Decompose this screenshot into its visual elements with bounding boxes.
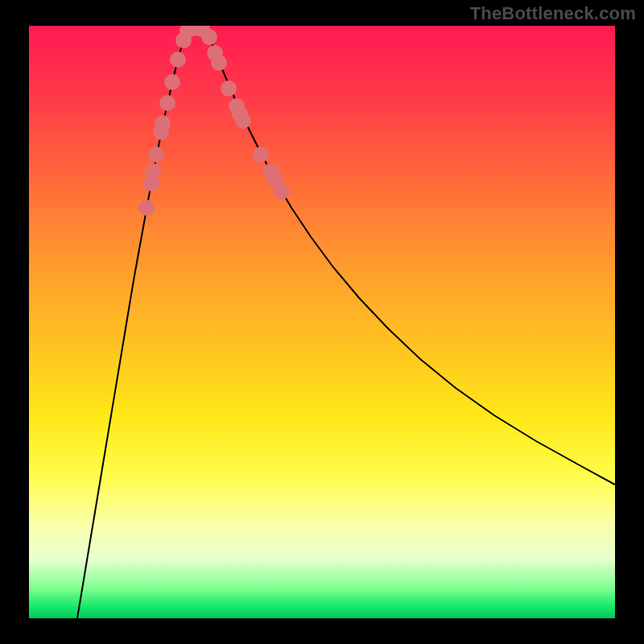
data-marker bbox=[253, 147, 269, 163]
data-marker bbox=[201, 29, 217, 45]
data-marker bbox=[221, 80, 237, 97]
data-marker bbox=[145, 163, 161, 180]
curve-layer bbox=[29, 26, 615, 618]
chart-frame: TheBottleneck.com bbox=[0, 0, 644, 644]
watermark-text: TheBottleneck.com bbox=[470, 3, 636, 24]
data-marker bbox=[138, 200, 155, 216]
data-marker bbox=[159, 95, 175, 111]
data-marker bbox=[211, 55, 227, 71]
plot-area bbox=[29, 26, 615, 618]
data-marker bbox=[155, 115, 171, 131]
data-marker bbox=[170, 52, 186, 68]
data-marker bbox=[235, 113, 251, 129]
data-marker bbox=[274, 184, 290, 200]
right-branch-curve bbox=[204, 27, 615, 485]
left-branch-curve bbox=[77, 27, 188, 618]
data-markers bbox=[138, 26, 290, 216]
data-marker bbox=[148, 147, 164, 163]
data-marker bbox=[164, 74, 180, 90]
